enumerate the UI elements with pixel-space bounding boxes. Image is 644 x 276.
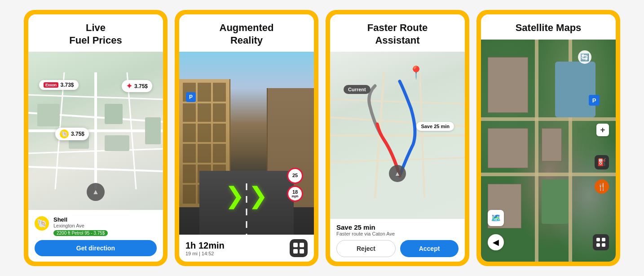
ar-grid-button[interactable] [290, 239, 308, 257]
speed-sign-18: 18 mph [287, 186, 303, 202]
route-background: Current Save 25 min 📍 ▲ [330, 52, 465, 219]
sat-building-1 [488, 57, 528, 113]
ar-distance-time: 19 mi | 14:52 [185, 251, 225, 256]
route-save-text: Save 25 min [336, 223, 459, 231]
ar-duration: 1h 12min [185, 240, 225, 251]
station-fuel-badge: 2200 ft Petrol 95 - 3.75$ [53, 230, 108, 236]
sat-road-horizontal-1 [481, 117, 616, 121]
ar-time-info: 1h 12min 19 mi | 14:52 [185, 240, 225, 256]
route-area: Current Save 25 min 📍 ▲ [330, 52, 465, 219]
card-live-fuel: LiveFuel Prices [24, 10, 168, 266]
svg-line-18 [330, 99, 465, 104]
route-bottom: Save 25 min Faster route via Caton Ave R… [330, 219, 465, 262]
sat-building-4 [542, 128, 562, 161]
texaco-logo: ✦ [126, 82, 132, 90]
svg-rect-11 [105, 135, 129, 151]
speed-unit: mph [292, 195, 299, 198]
nav-arrow-map-1: ▲ [87, 183, 105, 201]
sat-food-button[interactable]: 🍴 [595, 179, 609, 194]
exxon-logo: Exxon [44, 82, 58, 88]
current-route-label: Current [344, 85, 371, 94]
reject-button[interactable]: Reject [336, 240, 396, 257]
card-faster-route: Faster RouteAssistant [326, 10, 469, 266]
card-satellite: Satellite Maps P [476, 10, 620, 266]
svg-line-17 [330, 158, 465, 162]
card-title-1: LiveFuel Prices [28, 14, 163, 52]
exxon-price: 3.73$ [61, 82, 74, 88]
station-text: Shell Lexington Ave 2200 ft Petrol 95 - … [53, 216, 108, 236]
ar-area: P ❯ ❯ 25 18 mph [179, 52, 314, 235]
ar-background: P ❯ ❯ 25 18 mph [179, 52, 314, 235]
sat-grid-dot-4 [602, 243, 605, 247]
card-title-2: AugmentedReality [179, 14, 314, 52]
get-direction-button[interactable]: Get direction [35, 240, 157, 256]
sat-water [555, 62, 595, 117]
sat-grid-dot-3 [596, 243, 600, 247]
station-fuel-type: Petrol 95 - 3.75$ [71, 231, 105, 236]
sat-map-icon-button[interactable]: 🗺️ [488, 210, 504, 226]
texaco-price: 3.75$ [134, 83, 148, 89]
ar-parking-sign: P [186, 92, 196, 102]
ar-navigation-arrows: ❯ ❯ [225, 184, 268, 207]
grid-dot-3 [293, 249, 298, 254]
save-time-label: Save 25 min [416, 122, 454, 131]
satellite-background: P 🔄 + ⛽ 🍴 🗺️ ◀ [481, 40, 616, 262]
shell-pin: 🐚 3.75$ [55, 128, 89, 140]
station-icon: 🐚 [35, 216, 49, 231]
sat-grid-dot-2 [602, 238, 605, 241]
speed-limit-value-2: 18 [292, 190, 298, 195]
card-bottom-1: 🐚 Shell Lexington Ave 2200 ft Petrol 95 … [28, 210, 163, 262]
shell-logo: 🐚 [60, 129, 69, 138]
svg-rect-12 [145, 117, 161, 144]
route-map-svg [330, 52, 465, 219]
ar-speed-signs: 25 18 mph [287, 168, 303, 202]
exxon-pin: Exxon 3.73$ [39, 80, 79, 90]
sat-parking-button[interactable]: P [589, 95, 600, 106]
grid-dot-4 [300, 249, 304, 254]
destination-pin: 📍 [408, 65, 424, 80]
satellite-area: P 🔄 + ⛽ 🍴 🗺️ ◀ [481, 40, 616, 262]
map-area-1: Exxon 3.73$ ✦ 3.75$ 🐚 3.75$ ▲ [28, 52, 163, 210]
ar-arrow-left: ❯ [225, 184, 245, 207]
grid-dot-1 [293, 243, 298, 247]
grid-dot-2 [300, 243, 304, 247]
route-actions: Reject Accept [336, 240, 459, 257]
sat-road-horizontal-2 [481, 173, 616, 176]
sat-building-2 [488, 128, 528, 168]
svg-rect-8 [37, 104, 60, 126]
sat-grid-button[interactable] [593, 234, 609, 250]
card-title-4: Satellite Maps [481, 14, 616, 40]
speed-limit-value-1: 25 [292, 173, 298, 178]
map-background-1: Exxon 3.73$ ✦ 3.75$ 🐚 3.75$ ▲ [28, 52, 163, 210]
card-title-3: Faster RouteAssistant [330, 14, 465, 52]
texaco-pin: ✦ 3.75$ [122, 80, 152, 92]
sat-park [542, 179, 569, 224]
sat-road-vertical-1 [535, 40, 538, 262]
station-address: Lexington Ave [53, 223, 108, 228]
station-distance: 2200 ft [57, 231, 71, 236]
sat-zoom-plus-button[interactable]: + [596, 124, 609, 136]
card-augmented: AugmentedReality [175, 10, 318, 266]
ar-bottom: 1h 12min 19 mi | 14:52 [179, 235, 314, 262]
svg-rect-10 [105, 104, 123, 124]
sat-fuel-button[interactable]: ⛽ [595, 155, 609, 169]
station-info: 🐚 Shell Lexington Ave 2200 ft Petrol 95 … [35, 214, 157, 240]
sat-grid-dot-1 [596, 238, 600, 241]
ar-arrow-right: ❯ [248, 184, 268, 207]
cards-container: LiveFuel Prices [0, 0, 644, 276]
speed-sign-25: 25 [287, 168, 303, 184]
route-nav-arrow: ▲ [389, 165, 406, 182]
shell-price: 3.75$ [71, 131, 84, 137]
station-name: Shell [53, 216, 108, 223]
route-via-text: Faster route via Caton Ave [336, 231, 459, 236]
accept-button[interactable]: Accept [400, 240, 459, 257]
